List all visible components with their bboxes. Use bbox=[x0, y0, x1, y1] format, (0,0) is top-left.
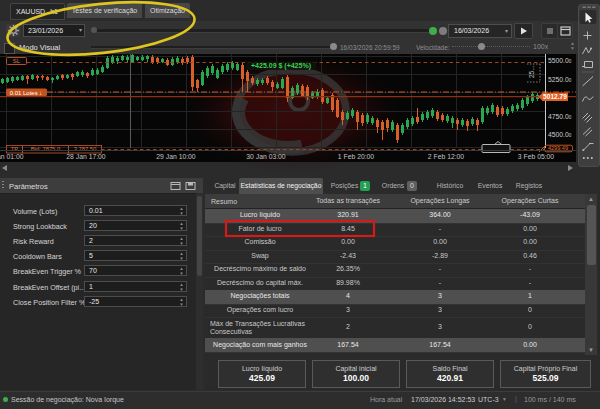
svg-text:4500.00: 4500.00 bbox=[548, 131, 572, 138]
svg-text:1 Feb 20:00: 1 Feb 20:00 bbox=[338, 153, 374, 160]
svg-text:28 Jan 17:00: 28 Jan 17:00 bbox=[66, 153, 106, 160]
svg-text:3.787.50: 3.787.50 bbox=[74, 146, 97, 152]
svg-text:0.01 Lotes ↓: 0.01 Lotes ↓ bbox=[10, 90, 43, 96]
svg-text:29 Jan 10:00: 29 Jan 10:00 bbox=[156, 153, 196, 160]
svg-text:3 Feb 05:00: 3 Feb 05:00 bbox=[518, 153, 554, 160]
svg-text:5500.00: 5500.00 bbox=[548, 57, 572, 64]
svg-text:SL: SL bbox=[13, 58, 21, 64]
svg-text:25...: 25... bbox=[528, 65, 535, 78]
svg-text:an 01:00: an 01:00 bbox=[0, 153, 24, 160]
svg-text:+425.09 $ (+425%): +425.09 $ (+425%) bbox=[251, 62, 311, 70]
svg-text:4750.00: 4750.00 bbox=[548, 113, 572, 120]
svg-text:Bid: 7875.0: Bid: 7875.0 bbox=[31, 146, 60, 152]
svg-text:TP: TP bbox=[11, 146, 19, 152]
svg-text:5250.00: 5250.00 bbox=[548, 76, 572, 83]
svg-text:2 Feb 12:00: 2 Feb 12:00 bbox=[428, 153, 464, 160]
svg-text:30 Jan 03:00: 30 Jan 03:00 bbox=[246, 153, 286, 160]
svg-text:5012.79: 5012.79 bbox=[543, 93, 567, 100]
